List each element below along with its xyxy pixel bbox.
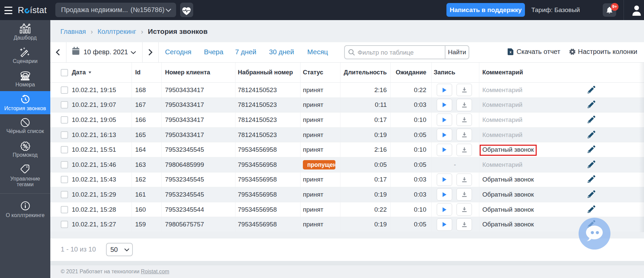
- svg-text:x: x: [509, 50, 512, 54]
